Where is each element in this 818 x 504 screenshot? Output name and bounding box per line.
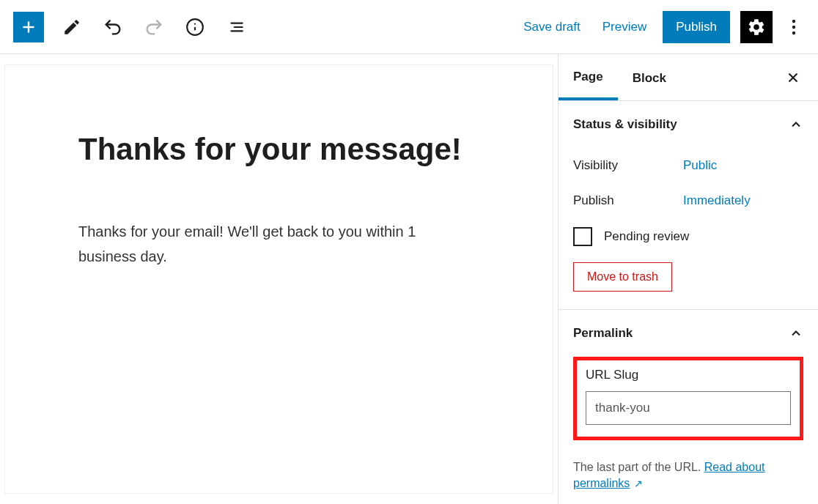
pending-review-row: Pending review — [573, 218, 803, 262]
publish-button[interactable]: Publish — [663, 11, 730, 43]
url-slug-input[interactable] — [586, 391, 791, 425]
top-toolbar: Save draft Preview Publish — [0, 0, 818, 54]
visibility-row: Visibility Public — [573, 148, 803, 183]
toolbar-left — [13, 12, 249, 42]
url-slug-highlight: URL Slug — [573, 357, 803, 440]
tab-page[interactable]: Page — [559, 55, 618, 100]
status-panel-title: Status & visibility — [573, 117, 677, 132]
move-to-trash-button[interactable]: Move to trash — [573, 262, 672, 292]
external-link-icon: ↗ — [631, 478, 643, 489]
publish-value[interactable]: Immediately — [683, 193, 751, 208]
redo-icon — [141, 14, 167, 40]
main-area: Thanks for your message! Thanks for your… — [0, 54, 818, 504]
close-sidebar-icon[interactable] — [780, 64, 806, 91]
outline-icon[interactable] — [223, 14, 249, 40]
save-draft-button[interactable]: Save draft — [517, 12, 586, 42]
info-icon[interactable] — [182, 14, 208, 40]
svg-point-4 — [194, 23, 196, 24]
page-body[interactable]: Thanks for your email! We'll get back to… — [78, 219, 474, 269]
publish-row: Publish Immediately — [573, 183, 803, 218]
settings-sidebar: Page Block Status & visibility Visibilit… — [558, 54, 818, 504]
permalink-panel: Permalink URL Slug The last part of the … — [559, 310, 818, 492]
permalink-help-text: The last part of the URL. Read about per… — [559, 453, 818, 492]
pending-review-label: Pending review — [604, 229, 689, 244]
undo-icon[interactable] — [100, 14, 126, 40]
sidebar-tabs: Page Block — [559, 54, 818, 101]
editor-canvas[interactable]: Thanks for your message! Thanks for your… — [4, 64, 553, 494]
pending-review-checkbox[interactable] — [573, 227, 592, 246]
svg-point-9 — [792, 25, 795, 28]
permalink-panel-title: Permalink — [573, 326, 633, 341]
status-panel-body: Visibility Public Publish Immediately Pe… — [559, 148, 818, 309]
publish-label: Publish — [573, 193, 683, 208]
more-options-icon[interactable] — [783, 11, 805, 43]
visibility-label: Visibility — [573, 158, 683, 173]
svg-point-8 — [792, 19, 795, 22]
add-block-button[interactable] — [13, 12, 44, 42]
svg-point-10 — [792, 31, 795, 34]
url-slug-label: URL Slug — [586, 368, 791, 382]
status-visibility-panel: Status & visibility Visibility Public Pu… — [559, 101, 818, 310]
page-title[interactable]: Thanks for your message! — [78, 131, 479, 168]
chevron-up-icon — [789, 117, 803, 132]
settings-button[interactable] — [740, 11, 773, 43]
toolbar-right: Save draft Preview Publish — [517, 11, 805, 43]
tab-block[interactable]: Block — [618, 56, 681, 99]
edit-mode-icon[interactable] — [59, 14, 85, 40]
permalink-panel-header[interactable]: Permalink — [559, 310, 818, 357]
editor-pane: Thanks for your message! Thanks for your… — [0, 54, 558, 504]
preview-button[interactable]: Preview — [597, 12, 652, 42]
status-panel-header[interactable]: Status & visibility — [559, 101, 818, 148]
visibility-value[interactable]: Public — [683, 158, 717, 173]
chevron-up-icon — [789, 326, 803, 341]
help-pre: The last part of the URL. — [573, 461, 704, 473]
permalink-panel-body: URL Slug — [559, 357, 818, 453]
